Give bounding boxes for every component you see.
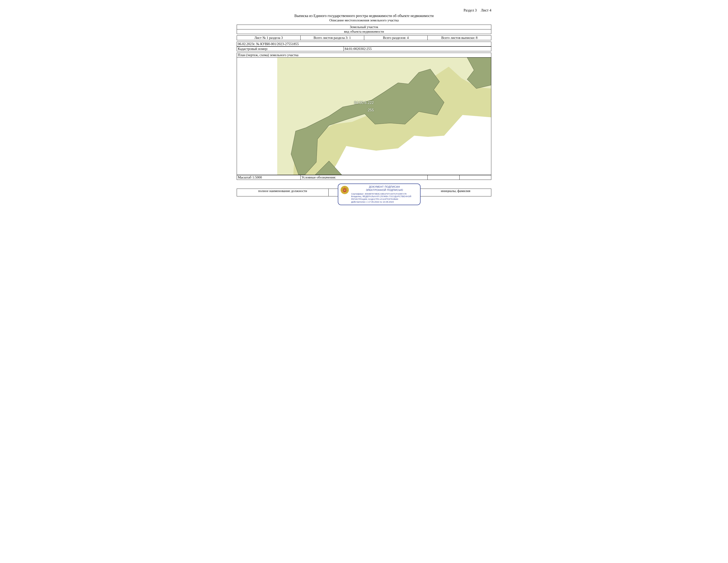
section-label: Раздел 3 bbox=[464, 8, 477, 12]
stamp-line1: ДОКУМЕНТ ПОДПИСАН bbox=[351, 185, 418, 188]
object-row-1: Земельный участок bbox=[237, 25, 491, 29]
sheet-label: Лист 4 bbox=[481, 8, 491, 12]
cadastral-label: Кадастровый номер: bbox=[237, 47, 344, 51]
count-4: Всего листов выписки: 8 bbox=[428, 36, 491, 40]
ref-line: 06.02.2023г. № КУВИ-001/2023-27551855 bbox=[237, 42, 491, 46]
cadastral-value: 84:01:0020302:255 bbox=[344, 47, 491, 51]
legend-blank-2 bbox=[459, 175, 491, 180]
plan-title: План (чертеж, схема) земельного участка bbox=[237, 53, 491, 57]
emblem-icon bbox=[340, 185, 349, 194]
digital-signature-stamp: ДОКУМЕНТ ПОДПИСАН ЭЛЕКТРОННОЙ ПОДПИСЬЮ С… bbox=[338, 183, 421, 205]
object-type-table: Земельный участок вид объекта недвижимос… bbox=[237, 25, 491, 34]
map-zone-label: 84:00-6.222 bbox=[354, 101, 374, 105]
sign-right: инициалы, фамилия bbox=[420, 189, 491, 196]
cadastral-table: Кадастровый номер: 84:01:0020302:255 bbox=[237, 46, 491, 51]
counts-table: Лист № 1 раздела 3 Всего листов раздела … bbox=[237, 35, 491, 40]
plan-box: 84:00-6.222 :255 bbox=[237, 57, 491, 175]
scale-cell: Масштаб 1:5000 bbox=[237, 175, 301, 180]
signature-block: полное наименование должности инициалы, … bbox=[237, 188, 491, 196]
header-section-sheet: Раздел 3 Лист 4 bbox=[237, 8, 491, 12]
doc-title: Выписка из Единого государственного реес… bbox=[237, 14, 491, 18]
legend-cell: Условные обозначения: bbox=[300, 175, 428, 180]
legend-blank-1 bbox=[428, 175, 459, 180]
map-parcel-label: :255 bbox=[367, 108, 374, 112]
object-row-2: вид объекта недвижимости bbox=[237, 29, 491, 34]
count-1: Лист № 1 раздела 3 bbox=[237, 36, 301, 40]
stamp-valid: Действителен: с 17.05.2022 по 10.08.2023 bbox=[351, 200, 418, 203]
stamp-owner: Владелец: ФЕДЕРАЛЬНАЯ СЛУЖБА ГОСУДАРСТВЕ… bbox=[351, 195, 418, 200]
plan-svg bbox=[237, 57, 491, 175]
sign-left: полное наименование должности bbox=[237, 189, 329, 196]
count-2: Всего листов раздела 3: 1 bbox=[300, 36, 364, 40]
stamp-line2: ЭЛЕКТРОННОЙ ПОДПИСЬЮ bbox=[351, 188, 418, 192]
count-3: Всего разделов: 4 bbox=[364, 36, 428, 40]
ref-table: 06.02.2023г. № КУВИ-001/2023-27551855 bbox=[237, 42, 491, 46]
scale-legend-table: Масштаб 1:5000 Условные обозначения: bbox=[237, 175, 491, 180]
stamp-cert: Сертификат: 3094B7974B3CA8E1F07A347CFAD6… bbox=[351, 192, 418, 195]
doc-subtitle: Описание местоположения земельного участ… bbox=[237, 18, 491, 22]
